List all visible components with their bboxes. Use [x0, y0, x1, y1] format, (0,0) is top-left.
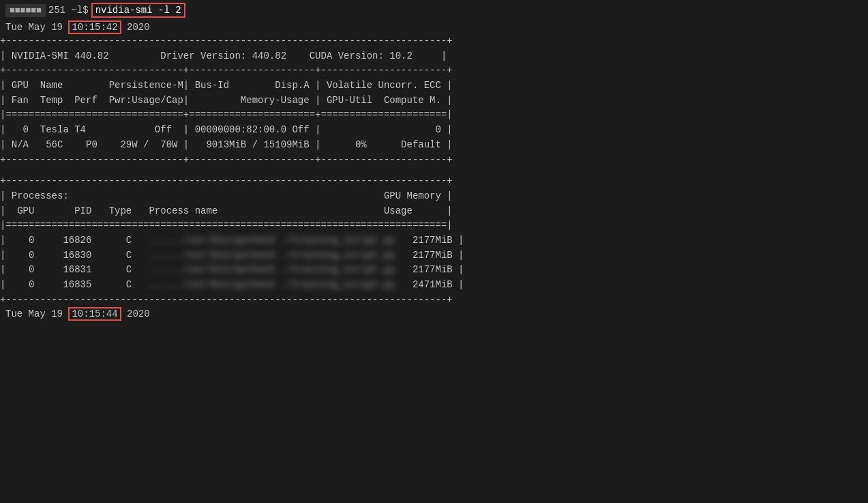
prompt-user: ■■■■■■ [5, 4, 46, 17]
timestamp-line-2: Tue May 19 10:15:44 2020 [0, 307, 868, 321]
smi-col-header1: | GPU Name Persistence-M| Bus-Id Disp.A … [0, 78, 868, 94]
smi-top-sep: +---------------------------------------… [0, 34, 868, 49]
smi-col-header2: | Fan Temp Perf Pwr:Usage/Cap| Memory-Us… [0, 94, 868, 109]
smi-sep1: +-------------------------------+-------… [0, 63, 868, 78]
smi-double-sep: |===============================+=======… [0, 108, 868, 123]
smi-gpu-row1: | 0 Tesla T4 Off | 00000000:82:00.0 Off … [0, 123, 868, 138]
timestamp1-suffix: 2020 [127, 22, 150, 33]
proc-col-header: | GPU PID Type Process name Usage | [0, 204, 868, 219]
proc-header: | Processes: GPU Memory | [0, 189, 868, 204]
timestamp2-time: 10:15:44 [68, 307, 121, 321]
prompt-line: ■■■■■■ 251 ~l$ nvidia-smi -l 2 [0, 0, 868, 20]
timestamp1-prefix: Tue May 19 [5, 22, 63, 33]
command-highlight: nvidia-smi -l 2 [91, 3, 185, 18]
proc-name-4: ....../usr/bin/python3 ./training_script… [149, 279, 395, 290]
smi-header: | NVIDIA-SMI 440.82 Driver Version: 440.… [0, 49, 868, 64]
smi-bot-sep: +-------------------------------+-------… [0, 153, 868, 168]
timestamp-line-1: Tue May 19 10:15:42 2020 [0, 20, 868, 34]
proc-name-1: ....../usr/bin/python3 ./training_script… [149, 235, 395, 246]
smi-gpu-row2: | N/A 56C P0 29W / 70W | 9013MiB / 15109… [0, 138, 868, 153]
proc-name-3: ....../usr/bin/python3 ./training_script… [149, 264, 395, 275]
proc-top-sep: +---------------------------------------… [0, 174, 868, 189]
terminal-window: ■■■■■■ 251 ~l$ nvidia-smi -l 2 Tue May 1… [0, 0, 868, 503]
timestamp2-prefix: Tue May 19 [5, 308, 63, 319]
timestamp1-time: 10:15:42 [68, 20, 121, 34]
proc-double-sep: |=======================================… [0, 218, 868, 233]
proc-bot-sep: +---------------------------------------… [0, 293, 868, 308]
proc-name-2: ....../usr/bin/python3 ./training_script… [149, 250, 395, 261]
proc-row-2: | 0 16830 C ....../usr/bin/python3 ./tra… [0, 248, 868, 263]
proc-row-3: | 0 16831 C ....../usr/bin/python3 ./tra… [0, 263, 868, 278]
proc-row-1: | 0 16826 C ....../usr/bin/python3 ./tra… [0, 233, 868, 248]
proc-row-4: | 0 16835 C ....../usr/bin/python3 ./tra… [0, 278, 868, 293]
prompt-number: 251 ~l$ [48, 5, 89, 16]
timestamp2-suffix: 2020 [127, 308, 150, 319]
